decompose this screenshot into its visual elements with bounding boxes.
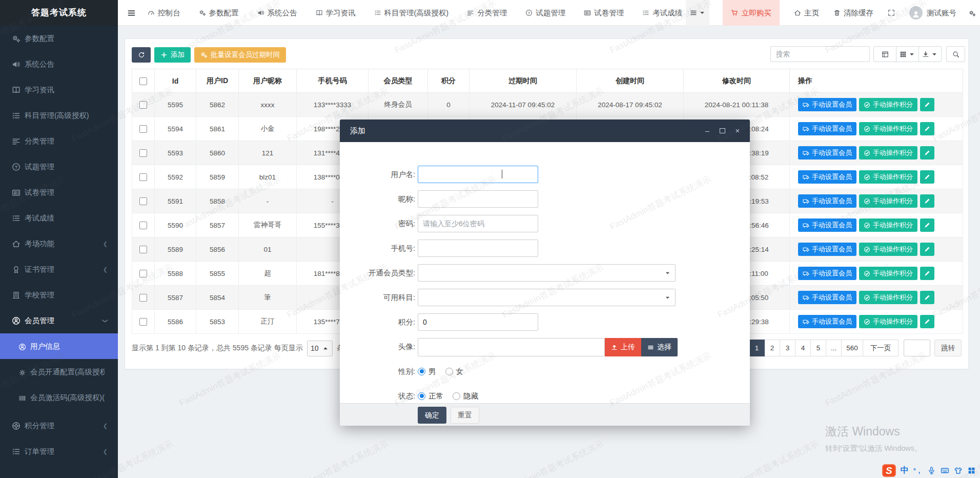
member-type-select[interactable] <box>418 264 676 282</box>
sidebar-item-category-manage[interactable]: 分类管理 <box>0 128 118 154</box>
operate-points-button[interactable]: 手动操作积分 <box>859 291 917 304</box>
jump-page-input[interactable] <box>904 340 930 356</box>
topnav-item-dashboard[interactable]: 控制台 <box>148 8 180 18</box>
page-button-...[interactable]: ... <box>826 340 842 356</box>
reset-button[interactable]: 重置 <box>451 407 479 424</box>
edit-button[interactable] <box>920 146 934 160</box>
operate-points-button[interactable]: 手动操作积分 <box>859 243 917 256</box>
topnav-item-paper-manage[interactable]: 试卷管理 <box>584 8 624 18</box>
export-icon[interactable] <box>918 46 942 62</box>
topnav-item-params-config[interactable]: 参数配置 <box>199 8 239 18</box>
set-member-button[interactable]: 手动设置会员 <box>798 243 856 256</box>
nav-overflow-toggle[interactable] <box>686 0 709 26</box>
column-header[interactable]: 积分 <box>428 69 469 93</box>
column-header[interactable]: 用户昵称 <box>239 69 297 93</box>
row-checkbox[interactable] <box>139 318 147 326</box>
column-header[interactable]: 手机号码 <box>297 69 369 93</box>
column-header[interactable]: 修改时间 <box>684 69 790 93</box>
gear-icon[interactable] <box>969 8 976 17</box>
set-member-button[interactable]: 手动设置会员 <box>798 267 856 280</box>
row-checkbox[interactable] <box>139 197 147 205</box>
column-header[interactable]: 创建时间 <box>577 69 684 93</box>
sidebar-item-member-open-config[interactable]: 会员开通配置(高级授权)(高级授权) <box>0 359 118 385</box>
minimize-icon[interactable]: – <box>705 127 709 134</box>
ime-lang-icon[interactable]: 中 <box>901 465 909 476</box>
buy-now-button[interactable]: 立即购买 <box>723 0 780 26</box>
ime-mic-icon[interactable] <box>927 466 936 475</box>
column-header[interactable]: Id <box>155 69 196 93</box>
avatar[interactable] <box>909 6 923 19</box>
operate-points-button[interactable]: 手动操作积分 <box>859 146 917 160</box>
operate-points-button[interactable]: 手动操作积分 <box>859 194 917 208</box>
status-radio-1[interactable]: 隐藏 <box>453 387 478 405</box>
ime-toolbox-icon[interactable] <box>967 466 976 475</box>
sidebar-item-question-manage[interactable]: ?试题管理 <box>0 154 118 180</box>
points-input[interactable] <box>418 313 538 331</box>
columns-icon[interactable] <box>896 46 919 62</box>
choose-button[interactable]: 选择 <box>641 338 678 356</box>
nickname-input[interactable] <box>418 190 538 208</box>
edit-button[interactable] <box>920 194 934 208</box>
sidebar-toggle-icon[interactable] <box>123 0 139 26</box>
sidebar-item-params-config[interactable]: 参数配置 <box>0 26 118 51</box>
batch-expire-button[interactable]: 批量设置会员过期时间 <box>194 47 286 63</box>
sidebar-item-exam-room[interactable]: 考场功能❮ <box>0 231 118 256</box>
row-checkbox[interactable] <box>139 149 147 157</box>
set-member-button[interactable]: 手动设置会员 <box>798 218 856 232</box>
search-icon[interactable] <box>946 46 965 62</box>
edit-button[interactable] <box>920 122 934 135</box>
column-header[interactable]: 用户ID <box>196 69 239 93</box>
sidebar-item-system-notice[interactable]: 系统公告 <box>0 51 118 77</box>
row-checkbox[interactable] <box>139 222 147 229</box>
next-page-button[interactable]: 下一页 <box>863 340 899 356</box>
edit-button[interactable] <box>920 170 934 184</box>
set-member-button[interactable]: 手动设置会员 <box>798 315 856 328</box>
maximize-icon[interactable] <box>720 128 725 133</box>
home-link[interactable]: 主页 <box>794 8 819 18</box>
sidebar-item-user-info[interactable]: 用户信息 <box>0 333 118 359</box>
sidebar-item-points-manage[interactable]: 积分管理❮ <box>0 413 118 439</box>
avatar-input[interactable] <box>418 338 605 356</box>
detail-view-icon[interactable] <box>873 46 896 62</box>
account-name[interactable]: 测试账号 <box>927 8 956 18</box>
operate-points-button[interactable]: 手动操作积分 <box>859 170 917 184</box>
subjects-select[interactable] <box>418 289 676 306</box>
operate-points-button[interactable]: 手动操作积分 <box>859 218 917 232</box>
column-header[interactable]: 操作 <box>790 69 963 93</box>
row-checkbox[interactable] <box>139 270 147 277</box>
status-radio-0[interactable]: 正常 <box>418 387 443 405</box>
operate-points-button[interactable]: 手动操作积分 <box>859 315 917 328</box>
fullscreen-icon[interactable] <box>888 9 895 16</box>
sidebar-item-school-manage[interactable]: 学校管理 <box>0 282 118 308</box>
page-button-560[interactable]: 560 <box>841 340 863 356</box>
jump-button[interactable]: 跳转 <box>934 340 962 356</box>
username-input[interactable] <box>418 166 538 183</box>
password-input[interactable] <box>418 215 538 232</box>
sidebar-item-member-activation-code[interactable]: 会员激活码(高级授权)(高级授权) <box>0 385 118 410</box>
set-member-button[interactable]: 手动设置会员 <box>798 122 856 135</box>
row-checkbox[interactable] <box>139 125 147 133</box>
gender-radio-1[interactable]: 女 <box>445 363 464 380</box>
page-button-2[interactable]: 2 <box>764 340 780 356</box>
topnav-item-exam-results[interactable]: 考试成绩 <box>642 8 682 18</box>
edit-button[interactable] <box>920 315 934 328</box>
per-page-select[interactable]: 10 <box>307 341 333 356</box>
page-button-4[interactable]: 4 <box>795 340 811 356</box>
row-checkbox[interactable] <box>139 294 147 302</box>
operate-points-button[interactable]: 手动操作积分 <box>859 122 917 135</box>
refresh-button[interactable] <box>132 47 151 63</box>
sidebar-item-subject-manage[interactable]: 科目管理(高级授权) <box>0 103 118 128</box>
edit-button[interactable] <box>920 98 934 111</box>
row-checkbox[interactable] <box>139 173 147 181</box>
edit-button[interactable] <box>920 243 934 256</box>
set-member-button[interactable]: 手动设置会员 <box>798 98 856 111</box>
close-icon[interactable]: × <box>736 127 740 134</box>
sidebar-item-paper-manage[interactable]: 试卷管理 <box>0 180 118 205</box>
topnav-item-category-manage[interactable]: 分类管理 <box>467 8 507 18</box>
dialog-header[interactable]: 添加 – × <box>340 120 750 142</box>
operate-points-button[interactable]: 手动操作积分 <box>859 98 917 111</box>
gender-radio-0[interactable]: 男 <box>418 363 436 380</box>
edit-button[interactable] <box>920 291 934 304</box>
mobile-input[interactable] <box>418 240 538 257</box>
ok-button[interactable]: 确定 <box>418 407 446 424</box>
